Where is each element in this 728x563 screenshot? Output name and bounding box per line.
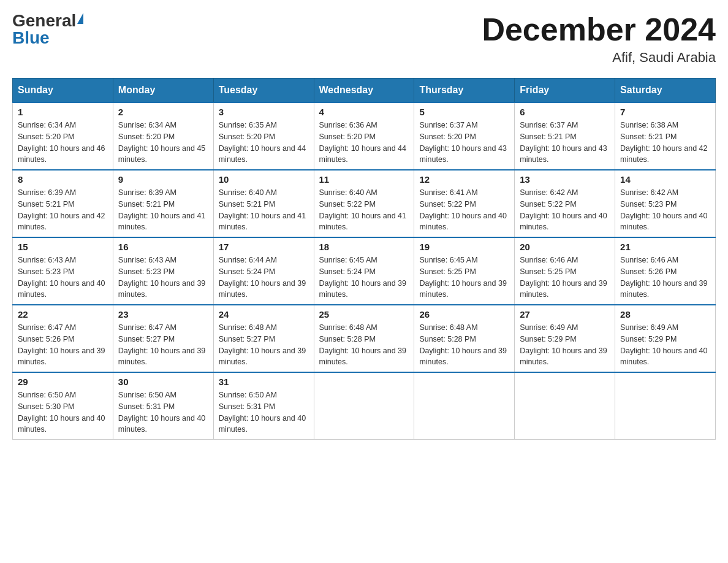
day-info: Sunrise: 6:38 AMSunset: 5:21 PMDaylight:… [620,121,707,164]
day-info: Sunrise: 6:48 AMSunset: 5:28 PMDaylight:… [319,323,406,366]
month-year-title: December 2024 [482,12,716,47]
day-number: 5 [419,107,509,117]
calendar-cell: 26 Sunrise: 6:48 AMSunset: 5:28 PMDaylig… [414,305,515,372]
day-of-week-header: Friday [515,79,615,103]
calendar-cell: 13 Sunrise: 6:42 AMSunset: 5:22 PMDaylig… [515,170,615,237]
day-info: Sunrise: 6:40 AMSunset: 5:21 PMDaylight:… [219,188,306,231]
calendar-cell [314,372,414,440]
day-info: Sunrise: 6:37 AMSunset: 5:21 PMDaylight:… [520,121,607,164]
day-number: 29 [18,377,108,387]
calendar-cell: 12 Sunrise: 6:41 AMSunset: 5:22 PMDaylig… [414,170,515,237]
calendar-cell: 27 Sunrise: 6:49 AMSunset: 5:29 PMDaylig… [515,305,615,372]
day-number: 15 [18,242,108,252]
day-number: 8 [18,174,108,185]
day-number: 31 [219,377,309,387]
calendar-cell: 14 Sunrise: 6:42 AMSunset: 5:23 PMDaylig… [615,170,716,237]
calendar-week-row: 29 Sunrise: 6:50 AMSunset: 5:30 PMDaylig… [13,372,716,440]
day-info: Sunrise: 6:50 AMSunset: 5:31 PMDaylight:… [219,391,306,434]
day-number: 25 [319,309,409,320]
day-info: Sunrise: 6:46 AMSunset: 5:26 PMDaylight:… [620,256,707,299]
day-number: 12 [419,174,509,185]
calendar-cell: 31 Sunrise: 6:50 AMSunset: 5:31 PMDaylig… [213,372,314,440]
calendar-cell [414,372,515,440]
calendar-cell: 20 Sunrise: 6:46 AMSunset: 5:25 PMDaylig… [515,237,615,305]
day-info: Sunrise: 6:41 AMSunset: 5:22 PMDaylight:… [419,188,506,231]
logo-triangle-icon [77,13,83,24]
day-number: 27 [520,309,610,320]
calendar-cell: 24 Sunrise: 6:48 AMSunset: 5:27 PMDaylig… [213,305,314,372]
day-number: 1 [18,107,108,117]
calendar-cell: 22 Sunrise: 6:47 AMSunset: 5:26 PMDaylig… [13,305,113,372]
calendar-cell: 21 Sunrise: 6:46 AMSunset: 5:26 PMDaylig… [615,237,716,305]
calendar-week-row: 22 Sunrise: 6:47 AMSunset: 5:26 PMDaylig… [13,305,716,372]
calendar-cell: 28 Sunrise: 6:49 AMSunset: 5:29 PMDaylig… [615,305,716,372]
logo-general: General [12,12,76,29]
day-number: 6 [520,107,610,117]
day-info: Sunrise: 6:43 AMSunset: 5:23 PMDaylight:… [118,256,205,299]
day-of-week-header: Tuesday [213,79,314,103]
day-info: Sunrise: 6:46 AMSunset: 5:25 PMDaylight:… [520,256,607,299]
day-number: 17 [219,242,309,252]
calendar-cell: 2 Sunrise: 6:34 AMSunset: 5:20 PMDayligh… [113,102,213,170]
day-number: 3 [219,107,309,117]
calendar-cell: 7 Sunrise: 6:38 AMSunset: 5:21 PMDayligh… [615,102,716,170]
day-info: Sunrise: 6:39 AMSunset: 5:21 PMDaylight:… [18,188,105,231]
day-info: Sunrise: 6:34 AMSunset: 5:20 PMDaylight:… [118,121,205,164]
day-of-week-header: Monday [113,79,213,103]
day-info: Sunrise: 6:47 AMSunset: 5:27 PMDaylight:… [118,323,205,366]
calendar-cell: 17 Sunrise: 6:44 AMSunset: 5:24 PMDaylig… [213,237,314,305]
calendar-cell: 30 Sunrise: 6:50 AMSunset: 5:31 PMDaylig… [113,372,213,440]
calendar-week-row: 1 Sunrise: 6:34 AMSunset: 5:20 PMDayligh… [13,102,716,170]
day-number: 7 [620,107,710,117]
day-number: 11 [319,174,409,185]
day-number: 2 [118,107,208,117]
day-info: Sunrise: 6:49 AMSunset: 5:29 PMDaylight:… [520,323,607,366]
day-info: Sunrise: 6:43 AMSunset: 5:23 PMDaylight:… [18,256,105,299]
day-number: 23 [118,309,208,320]
day-number: 30 [118,377,208,387]
day-number: 24 [219,309,309,320]
day-number: 18 [319,242,409,252]
calendar-cell: 8 Sunrise: 6:39 AMSunset: 5:21 PMDayligh… [13,170,113,237]
day-number: 13 [520,174,610,185]
day-of-week-header: Wednesday [314,79,414,103]
calendar-cell: 9 Sunrise: 6:39 AMSunset: 5:21 PMDayligh… [113,170,213,237]
calendar-cell: 23 Sunrise: 6:47 AMSunset: 5:27 PMDaylig… [113,305,213,372]
day-of-week-header: Thursday [414,79,515,103]
day-number: 10 [219,174,309,185]
day-number: 26 [419,309,509,320]
day-info: Sunrise: 6:44 AMSunset: 5:24 PMDaylight:… [219,256,306,299]
calendar-header-row: SundayMondayTuesdayWednesdayThursdayFrid… [13,79,716,103]
day-info: Sunrise: 6:40 AMSunset: 5:22 PMDaylight:… [319,188,406,231]
day-number: 22 [18,309,108,320]
calendar-cell: 3 Sunrise: 6:35 AMSunset: 5:20 PMDayligh… [213,102,314,170]
calendar-week-row: 8 Sunrise: 6:39 AMSunset: 5:21 PMDayligh… [13,170,716,237]
day-number: 20 [520,242,610,252]
day-number: 19 [419,242,509,252]
logo-blue: Blue [12,29,50,47]
calendar-week-row: 15 Sunrise: 6:43 AMSunset: 5:23 PMDaylig… [13,237,716,305]
day-info: Sunrise: 6:42 AMSunset: 5:23 PMDaylight:… [620,188,707,231]
calendar-cell: 29 Sunrise: 6:50 AMSunset: 5:30 PMDaylig… [13,372,113,440]
day-info: Sunrise: 6:42 AMSunset: 5:22 PMDaylight:… [520,188,607,231]
calendar-cell: 5 Sunrise: 6:37 AMSunset: 5:20 PMDayligh… [414,102,515,170]
calendar-cell: 16 Sunrise: 6:43 AMSunset: 5:23 PMDaylig… [113,237,213,305]
day-number: 9 [118,174,208,185]
calendar-cell: 18 Sunrise: 6:45 AMSunset: 5:24 PMDaylig… [314,237,414,305]
logo: General Blue [12,12,83,47]
day-number: 21 [620,242,710,252]
day-info: Sunrise: 6:50 AMSunset: 5:31 PMDaylight:… [118,391,205,434]
day-info: Sunrise: 6:50 AMSunset: 5:30 PMDaylight:… [18,391,105,434]
title-block: December 2024 Afif, Saudi Arabia [482,12,716,66]
calendar-cell [615,372,716,440]
day-info: Sunrise: 6:39 AMSunset: 5:21 PMDaylight:… [118,188,205,231]
calendar-cell: 6 Sunrise: 6:37 AMSunset: 5:21 PMDayligh… [515,102,615,170]
calendar-cell [515,372,615,440]
calendar-cell: 10 Sunrise: 6:40 AMSunset: 5:21 PMDaylig… [213,170,314,237]
day-info: Sunrise: 6:35 AMSunset: 5:20 PMDaylight:… [219,121,306,164]
day-of-week-header: Sunday [13,79,113,103]
day-info: Sunrise: 6:37 AMSunset: 5:20 PMDaylight:… [419,121,506,164]
location-subtitle: Afif, Saudi Arabia [482,50,716,66]
calendar-cell: 25 Sunrise: 6:48 AMSunset: 5:28 PMDaylig… [314,305,414,372]
day-info: Sunrise: 6:45 AMSunset: 5:25 PMDaylight:… [419,256,506,299]
